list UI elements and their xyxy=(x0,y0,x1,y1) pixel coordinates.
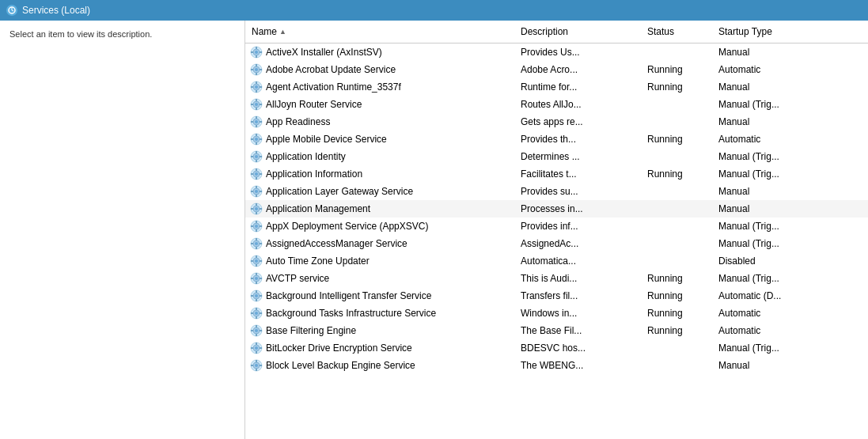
service-name-cell: Application Information xyxy=(245,166,514,182)
service-name-cell: Application Management xyxy=(245,201,514,217)
service-description-cell: This is Audi... xyxy=(514,271,641,286)
column-header-name[interactable]: Name ▲ xyxy=(245,24,514,40)
service-icon xyxy=(250,220,263,233)
service-icon xyxy=(250,185,263,198)
service-name-label: Application Information xyxy=(266,168,362,180)
service-name-label: Auto Time Zone Updater xyxy=(266,255,370,267)
table-row[interactable]: Apple Mobile Device ServiceProvides th..… xyxy=(245,131,868,148)
table-row[interactable]: Agent Activation Runtime_3537fRuntime fo… xyxy=(245,78,868,96)
service-status-cell xyxy=(641,259,712,263)
svg-point-31 xyxy=(255,120,258,123)
service-name-label: AssignedAccessManager Service xyxy=(266,238,407,249)
service-status-cell xyxy=(641,207,712,210)
service-status-cell: Running xyxy=(641,271,712,286)
table-row[interactable]: App ReadinessGets apps re...Manual xyxy=(245,113,868,131)
svg-point-87 xyxy=(255,259,258,263)
service-icon xyxy=(250,324,263,337)
service-description-cell: Processes in... xyxy=(514,202,641,216)
service-description-cell: Provides th... xyxy=(514,132,641,146)
service-name-cell: Auto Time Zone Updater xyxy=(245,253,514,269)
service-status-cell xyxy=(641,51,712,54)
service-name-label: BitLocker Drive Encryption Service xyxy=(266,342,412,354)
table-row[interactable]: ActiveX Installer (AxInstSV)Provides Us.… xyxy=(245,44,868,61)
service-name-label: Background Tasks Infrastructure Service xyxy=(266,308,436,319)
table-row[interactable]: Application ManagementProcesses in...Man… xyxy=(245,200,868,218)
service-startup-type-cell: Automatic xyxy=(712,132,868,146)
service-startup-type-cell: Manual xyxy=(712,45,868,59)
svg-point-129 xyxy=(255,364,258,367)
service-description-cell: Runtime for... xyxy=(514,80,641,94)
service-name-label: Agent Activation Runtime_3537f xyxy=(266,81,401,93)
table-row[interactable]: AppX Deployment Service (AppXSVC)Provide… xyxy=(245,218,868,235)
service-name-label: Adobe Acrobat Update Service xyxy=(266,64,396,75)
service-name-cell: BitLocker Drive Encryption Service xyxy=(245,340,514,356)
service-status-cell xyxy=(641,364,712,367)
service-name-cell: AppX Deployment Service (AppXSVC) xyxy=(245,218,514,234)
service-status-cell: Running xyxy=(641,324,712,338)
service-name-label: Application Layer Gateway Service xyxy=(266,186,413,197)
service-icon xyxy=(250,46,263,59)
table-row[interactable]: Base Filtering EngineThe Base Fil...Runn… xyxy=(245,322,868,339)
table-body[interactable]: ActiveX Installer (AxInstSV)Provides Us.… xyxy=(245,44,868,439)
table-row[interactable]: AllJoyn Router ServiceRoutes AllJo...Man… xyxy=(245,96,868,113)
service-icon xyxy=(250,237,263,250)
column-header-description[interactable]: Description xyxy=(514,24,641,40)
service-startup-type-cell: Automatic xyxy=(712,306,868,320)
table-row[interactable]: Background Tasks Infrastructure ServiceW… xyxy=(245,305,868,322)
svg-point-3 xyxy=(255,51,258,54)
svg-point-52 xyxy=(255,172,258,176)
service-icon xyxy=(250,98,263,111)
service-name-cell: Agent Activation Runtime_3537f xyxy=(245,79,514,95)
service-icon xyxy=(250,133,263,146)
table-row[interactable]: Background Intelligent Transfer ServiceT… xyxy=(245,287,868,305)
main-content: Select an item to view its description. … xyxy=(0,21,868,439)
table-row[interactable]: Auto Time Zone UpdaterAutomatica...Disab… xyxy=(245,252,868,270)
services-table: Name ▲ Description Status Startup Type xyxy=(245,21,868,439)
svg-point-17 xyxy=(255,85,258,89)
service-description-cell: Determines ... xyxy=(514,149,641,164)
svg-point-38 xyxy=(255,138,258,141)
table-row[interactable]: Adobe Acrobat Update ServiceAdobe Acro..… xyxy=(245,61,868,78)
svg-point-59 xyxy=(255,190,258,193)
table-row[interactable]: Application IdentityDetermines ...Manual… xyxy=(245,148,868,165)
service-startup-type-cell: Automatic (D... xyxy=(712,289,868,303)
table-row[interactable]: BitLocker Drive Encryption ServiceBDESVC… xyxy=(245,339,868,357)
svg-point-94 xyxy=(255,277,258,280)
service-status-cell xyxy=(641,225,712,228)
window-title: Services (Local) xyxy=(22,5,90,16)
service-name-cell: Background Tasks Infrastructure Service xyxy=(245,305,514,321)
column-header-startup-type[interactable]: Startup Type xyxy=(712,24,868,40)
window-icon xyxy=(6,5,17,16)
svg-point-122 xyxy=(255,346,258,350)
service-name-cell: ActiveX Installer (AxInstSV) xyxy=(245,44,514,60)
column-header-status[interactable]: Status xyxy=(641,24,712,40)
service-icon xyxy=(250,307,263,320)
service-icon xyxy=(250,202,263,215)
service-icon xyxy=(250,255,263,267)
table-row[interactable]: Block Level Backup Engine ServiceThe WBE… xyxy=(245,357,868,374)
service-name-cell: Background Intelligent Transfer Service xyxy=(245,288,514,304)
service-startup-type-cell: Manual (Trig... xyxy=(712,237,868,251)
service-name-label: Background Intelligent Transfer Service xyxy=(266,290,431,301)
table-row[interactable]: Application Layer Gateway ServiceProvide… xyxy=(245,183,868,200)
table-row[interactable]: Application InformationFacilitates t...R… xyxy=(245,165,868,183)
service-startup-type-cell: Disabled xyxy=(712,254,868,268)
table-row[interactable]: AssignedAccessManager ServiceAssignedAc.… xyxy=(245,235,868,252)
service-startup-type-cell: Manual (Trig... xyxy=(712,219,868,233)
table-header: Name ▲ Description Status Startup Type xyxy=(245,21,868,44)
service-icon xyxy=(250,290,263,302)
service-name-cell: Base Filtering Engine xyxy=(245,323,514,339)
service-name-label: AppX Deployment Service (AppXSVC) xyxy=(266,221,428,232)
service-name-cell: Application Layer Gateway Service xyxy=(245,184,514,199)
service-startup-type-cell: Automatic xyxy=(712,324,868,338)
svg-point-73 xyxy=(255,225,258,228)
service-name-cell: App Readiness xyxy=(245,114,514,130)
service-name-cell: AssignedAccessManager Service xyxy=(245,236,514,252)
service-status-cell: Running xyxy=(641,62,712,77)
service-description-cell: Provides Us... xyxy=(514,45,641,59)
title-bar: Services (Local) xyxy=(0,0,868,21)
table-row[interactable]: AVCTP serviceThis is Audi...RunningManua… xyxy=(245,270,868,287)
service-icon xyxy=(250,81,263,93)
sort-arrow-icon: ▲ xyxy=(279,28,286,36)
service-name-label: ActiveX Installer (AxInstSV) xyxy=(266,47,382,58)
